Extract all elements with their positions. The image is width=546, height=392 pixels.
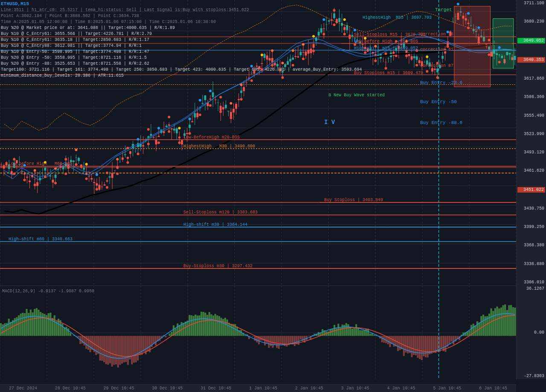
price-label: 3523.990 <box>517 132 545 136</box>
time-label: 27 Dec 2024 <box>9 386 37 391</box>
price-label: 3617.860 <box>517 76 545 81</box>
macd-chart <box>0 285 516 379</box>
macd-label: 0.00 <box>517 330 545 335</box>
price-label: 3368.380 <box>517 243 545 248</box>
price-label: 3640.353 <box>517 57 545 63</box>
macd-axis: 36.12670.00-27.8303 <box>516 285 546 379</box>
chart-container: 3711.1003680.2303649.0523640.3533617.860… <box>0 0 546 392</box>
time-label: 30 Dec 10:45 <box>152 386 183 391</box>
price-label: 3493.120 <box>517 150 545 155</box>
macd-label: 36.1267 <box>517 286 545 291</box>
time-label: 29 Dec 10:45 <box>104 386 134 391</box>
time-label: 4 Jan 10:45 <box>387 386 415 391</box>
price-label: 3306.010 <box>517 280 545 285</box>
price-label: 3649.052 <box>517 38 545 43</box>
time-label: 1 Jan 10:45 <box>249 386 277 391</box>
price-label: 3399.250 <box>517 225 545 229</box>
time-label: 5 Jan 10:45 <box>433 386 461 391</box>
price-label: 3586.360 <box>517 95 545 99</box>
main-chart <box>0 0 516 285</box>
time-label: 2 Jan 10:45 <box>295 386 323 391</box>
price-label: 3555.490 <box>517 113 545 118</box>
price-label: 3451.022 <box>517 187 545 193</box>
time-label: 28 Dec 10:45 <box>55 386 86 391</box>
price-label: 3430.750 <box>517 206 545 211</box>
price-label: 3680.230 <box>517 19 545 24</box>
price-label: 3461.620 <box>517 168 545 173</box>
price-label: 3336.880 <box>517 262 545 266</box>
time-label: 31 Dec 10:45 <box>200 386 231 391</box>
time-label: 6 Jan 10:45 <box>479 386 507 391</box>
macd-label: -27.8303 <box>517 374 545 378</box>
price-label: 3711.100 <box>517 1 545 6</box>
price-axis: 3711.1003680.2303649.0523640.3533617.860… <box>516 0 546 285</box>
time-label: 3 Jan 10:45 <box>341 386 369 391</box>
time-axis: 27 Dec 202428 Dec 10:4529 Dec 10:4530 De… <box>0 384 516 392</box>
